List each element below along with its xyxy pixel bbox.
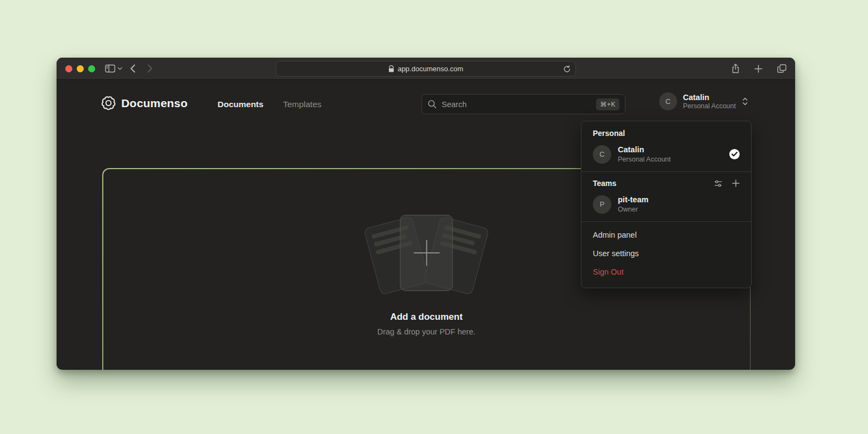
team-item[interactable]: P pit-team Owner — [581, 191, 751, 221]
minimize-window-button[interactable] — [77, 65, 84, 72]
account-name: Catalin — [683, 92, 736, 102]
new-tab-icon[interactable] — [754, 65, 762, 73]
selected-check-icon — [729, 149, 740, 159]
plus-icon — [413, 240, 439, 266]
add-team-icon[interactable] — [732, 179, 740, 187]
sidebar-chevron-down-icon[interactable] — [117, 67, 122, 70]
dropzone-subtitle: Drag & drop your PDF here. — [377, 327, 476, 336]
back-button-icon[interactable] — [130, 64, 135, 73]
reload-icon[interactable] — [563, 65, 571, 73]
address-bar[interactable]: app.documenso.com — [276, 61, 576, 77]
sidebar-toggle-icon[interactable] — [105, 64, 115, 73]
main-nav: Documents Templates — [218, 100, 321, 109]
documenso-app: Documenso Documents Templates ⌘+K C Cata… — [57, 80, 795, 369]
avatar: P — [593, 195, 611, 214]
personal-section-label: Personal — [581, 121, 751, 141]
search-shortcut-badge: ⌘+K — [596, 98, 619, 110]
tab-overview-icon[interactable] — [777, 64, 786, 73]
teams-section-header: Teams — [581, 172, 751, 191]
team-name: pit-team — [618, 195, 740, 205]
nav-item-documents[interactable]: Documents — [218, 100, 263, 109]
personal-account-item[interactable]: C Catalin Personal Account — [581, 141, 751, 171]
search-icon — [427, 100, 437, 109]
browser-toolbar: app.documenso.com — [57, 58, 795, 80]
dropzone-title: Add a document — [390, 312, 462, 323]
nav-item-templates[interactable]: Templates — [283, 100, 321, 109]
browser-nav-controls — [105, 64, 153, 73]
chevrons-up-down-icon — [742, 97, 748, 106]
personal-account-name: Catalin — [618, 145, 723, 155]
menu-actions: Admin panel User settings Sign Out — [581, 222, 751, 284]
logo-wordmark: Documenso — [121, 97, 188, 110]
browser-window: app.documenso.com — [57, 58, 795, 370]
address-bar-url: app.documenso.com — [398, 65, 463, 73]
team-role: Owner — [618, 205, 740, 214]
forward-button-icon[interactable] — [147, 64, 153, 73]
search-bar[interactable]: ⌘+K — [421, 94, 625, 114]
documenso-logo-icon — [101, 96, 116, 110]
close-window-button[interactable] — [65, 65, 72, 72]
account-menu-button[interactable]: C Catalin Personal Account — [659, 92, 748, 111]
search-input[interactable] — [442, 100, 591, 109]
menu-item-sign-out[interactable]: Sign Out — [581, 263, 751, 281]
account-dropdown-menu: Personal C Catalin Personal Account Team… — [581, 121, 752, 288]
window-controls — [65, 65, 95, 72]
menu-item-user-settings[interactable]: User settings — [581, 244, 751, 263]
card-front-center — [400, 215, 453, 291]
manage-teams-icon[interactable] — [714, 179, 722, 188]
share-icon[interactable] — [731, 64, 740, 73]
zoom-window-button[interactable] — [88, 65, 95, 72]
avatar: C — [659, 92, 677, 110]
account-type: Personal Account — [683, 102, 736, 111]
browser-right-controls — [731, 64, 786, 73]
personal-account-type: Personal Account — [618, 155, 723, 164]
document-cards-illustration — [364, 215, 489, 295]
teams-section-label: Teams — [593, 179, 704, 188]
menu-item-admin-panel[interactable]: Admin panel — [581, 226, 751, 244]
avatar: C — [593, 145, 611, 164]
documenso-logo[interactable]: Documenso — [101, 96, 188, 110]
lock-icon — [388, 65, 394, 72]
